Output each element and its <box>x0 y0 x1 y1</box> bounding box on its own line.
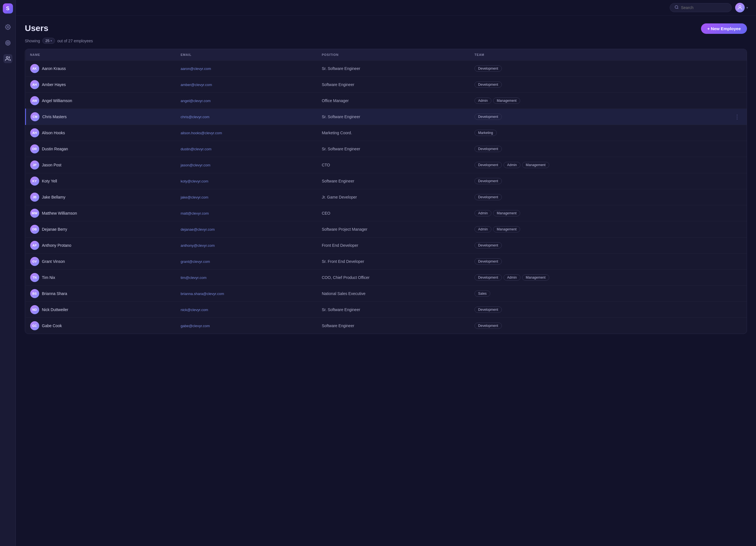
email-cell[interactable]: koty@clevyr.com <box>176 173 317 189</box>
position-cell: CEO <box>317 205 470 221</box>
email-cell[interactable]: nick@clevyr.com <box>176 302 317 318</box>
user-name: Brianna Shara <box>42 291 67 296</box>
email-link[interactable]: dustin@clevyr.com <box>181 147 211 151</box>
team-badge: Development <box>474 194 502 200</box>
email-link[interactable]: nick@clevyr.com <box>181 308 208 312</box>
email-cell[interactable]: matt@clevyr.com <box>176 205 317 221</box>
search-box[interactable] <box>670 3 732 12</box>
user-avatar: AP <box>30 241 39 250</box>
table-row[interactable]: AH Alison Hooks alison.hooks@clevyr.comM… <box>26 125 747 141</box>
email-link[interactable]: jake@clevyr.com <box>181 195 208 199</box>
email-link[interactable]: jason@clevyr.com <box>181 163 210 167</box>
user-avatar: TN <box>30 273 39 282</box>
email-cell[interactable]: dustin@clevyr.com <box>176 141 317 157</box>
table-row[interactable]: JP Jason Post jason@clevyr.comCTODevelop… <box>26 157 747 173</box>
user-avatar: GV <box>30 257 39 266</box>
table-row[interactable]: ND Nick Duttweiler nick@clevyr.comSr. So… <box>26 302 747 318</box>
email-cell[interactable]: brianna.shara@clevyr.com <box>176 286 317 302</box>
table-row[interactable]: AP Anthony Protano anthony@clevyr.comFro… <box>26 237 747 254</box>
email-cell[interactable]: gabe@clevyr.com <box>176 318 317 334</box>
email-link[interactable]: anthony@clevyr.com <box>181 243 215 248</box>
team-badge: Development <box>474 242 502 248</box>
team-badge: Development <box>474 65 502 72</box>
table-row[interactable]: GV Grant Vinson grant@clevyr.comSr. Fron… <box>26 254 747 270</box>
table-row[interactable]: AK Aaron Krauss aaron@clevyr.comSr. Soft… <box>26 61 747 77</box>
email-cell[interactable]: alison.hooks@clevyr.com <box>176 125 317 141</box>
app-logo[interactable]: S <box>3 3 13 14</box>
sidebar-item-users[interactable] <box>3 54 12 63</box>
team-cell: Development <box>470 189 695 205</box>
table-row[interactable]: BS Brianna Shara brianna.shara@clevyr.co… <box>26 286 747 302</box>
user-avatar: JB <box>30 193 39 202</box>
email-link[interactable]: tim@clevyr.com <box>181 276 206 280</box>
new-employee-button[interactable]: + New Employee <box>701 23 747 34</box>
email-cell[interactable]: jason@clevyr.com <box>176 157 317 173</box>
position-text: Software Engineer <box>322 179 354 183</box>
user-avatar-wrapper[interactable]: ▾ <box>735 3 748 12</box>
team-badge: Admin <box>474 226 491 232</box>
email-link[interactable]: aaron@clevyr.com <box>181 67 211 71</box>
svg-point-0 <box>7 27 8 28</box>
more-options-icon[interactable]: ⋮ <box>732 113 742 121</box>
email-link[interactable]: angel@clevyr.com <box>181 99 210 103</box>
actions-cell <box>695 189 747 205</box>
table-row[interactable]: JB Jake Bellamy jake@clevyr.comJr. Game … <box>26 189 747 205</box>
sidebar-item-goals[interactable] <box>3 38 12 47</box>
user-avatar: JP <box>30 160 39 169</box>
email-link[interactable]: dejanae@clevyr.com <box>181 227 215 232</box>
position-cell: Marketing Coord. <box>317 125 470 141</box>
email-cell[interactable]: anthony@clevyr.com <box>176 237 317 254</box>
email-link[interactable]: matt@clevyr.com <box>181 211 209 215</box>
table-row[interactable]: DR Dustin Reagan dustin@clevyr.comSr. So… <box>26 141 747 157</box>
email-link[interactable]: alison.hooks@clevyr.com <box>181 131 222 135</box>
sidebar-item-settings[interactable] <box>3 23 12 32</box>
email-link[interactable]: gabe@clevyr.com <box>181 324 210 328</box>
search-input[interactable] <box>681 5 727 10</box>
position-cell: Sr. Front End Developer <box>317 254 470 270</box>
email-cell[interactable]: grant@clevyr.com <box>176 254 317 270</box>
position-text: Jr. Game Developer <box>322 195 357 199</box>
team-cell: Development <box>470 318 695 334</box>
user-name: Grant Vinson <box>42 259 65 264</box>
position-cell: Front End Developer <box>317 237 470 254</box>
user-name: Matthew Williamson <box>42 211 77 215</box>
email-link[interactable]: koty@clevyr.com <box>181 179 208 183</box>
email-link[interactable]: grant@clevyr.com <box>181 259 210 264</box>
table-row[interactable]: KY Koty Yell koty@clevyr.comSoftware Eng… <box>26 173 747 189</box>
position-cell: Jr. Game Developer <box>317 189 470 205</box>
email-cell[interactable]: tim@clevyr.com <box>176 270 317 286</box>
table-row[interactable]: AH Amber Hayes amber@clevyr.comSoftware … <box>26 77 747 93</box>
actions-cell <box>695 205 747 221</box>
email-cell[interactable]: dejanae@clevyr.com <box>176 221 317 237</box>
col-position: POSITION <box>317 49 470 61</box>
team-badge: Admin <box>474 98 491 104</box>
table-row[interactable]: CM Chris Masters chris@clevyr.comSr. Sof… <box>26 109 747 125</box>
user-name: Angel Williamson <box>42 98 72 103</box>
name-cell: TN Tim Nix <box>26 270 176 286</box>
actions-cell <box>695 77 747 93</box>
email-cell[interactable]: chris@clevyr.com <box>176 109 317 125</box>
employees-table: NAME EMAIL POSITION TEAM AK Aaron Krauss… <box>25 49 747 334</box>
email-link[interactable]: chris@clevyr.com <box>181 115 209 119</box>
team-badge: Marketing <box>474 130 497 136</box>
table-row[interactable]: DB Dejanae Berry dejanae@clevyr.comSoftw… <box>26 221 747 237</box>
per-page-selector[interactable]: 25 ▾ <box>42 38 55 44</box>
team-cell: DevelopmentAdminManagement <box>470 157 695 173</box>
email-cell[interactable]: amber@clevyr.com <box>176 77 317 93</box>
table-row[interactable]: MW Matthew Williamson matt@clevyr.comCEO… <box>26 205 747 221</box>
showing-label: Showing <box>25 39 40 43</box>
email-cell[interactable]: angel@clevyr.com <box>176 93 317 109</box>
email-cell[interactable]: jake@clevyr.com <box>176 189 317 205</box>
email-link[interactable]: brianna.shara@clevyr.com <box>181 292 224 296</box>
table-row[interactable]: GC Gabe Cook gabe@clevyr.comSoftware Eng… <box>26 318 747 334</box>
table-row[interactable]: TN Tim Nix tim@clevyr.comCOO, Chief Prod… <box>26 270 747 286</box>
email-cell[interactable]: aaron@clevyr.com <box>176 61 317 77</box>
position-text: Front End Developer <box>322 243 358 248</box>
name-cell: KY Koty Yell <box>26 173 176 189</box>
position-cell: Sr. Software Engineer <box>317 141 470 157</box>
actions-cell <box>695 61 747 77</box>
email-link[interactable]: amber@clevyr.com <box>181 83 212 87</box>
position-cell: COO, Chief Product Officer <box>317 270 470 286</box>
table-row[interactable]: AW Angel Williamson angel@clevyr.comOffi… <box>26 93 747 109</box>
position-text: Software Engineer <box>322 82 354 87</box>
